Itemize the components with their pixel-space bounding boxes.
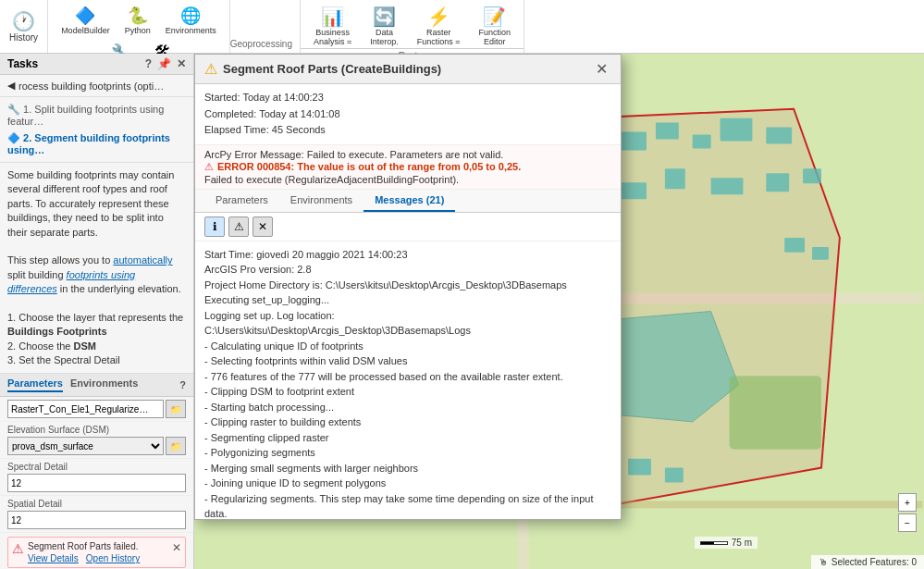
zoom-out-btn[interactable]: − — [898, 513, 917, 532]
open-history-link[interactable]: Open History — [86, 553, 140, 563]
warning-filter-btn[interactable]: ⚠ — [228, 216, 249, 237]
tab-parameters[interactable]: Parameters — [204, 190, 279, 212]
modelbuilder-label: ModelBuilder — [61, 26, 110, 35]
raster-browse-btn[interactable]: 📁 — [166, 400, 186, 418]
close-banner-icon[interactable]: ✕ — [172, 541, 181, 554]
step1-label: 1. Split building footprints using featu… — [7, 104, 164, 127]
footprints-link[interactable]: footprints using differences — [7, 269, 135, 294]
python-label: Python — [125, 26, 151, 35]
view-details-link[interactable]: View Details — [28, 553, 79, 563]
raster-functions-button[interactable]: ⚡ RasterFunctions = — [412, 4, 466, 48]
dsm-browse-btn[interactable]: 📁 — [166, 437, 186, 455]
error-banner-text: Segment Roof Parts failed. — [28, 541, 140, 551]
msg-17: - Regularizing segments. This step may t… — [204, 491, 611, 519]
function-editor-label: FunctionEditor — [479, 28, 511, 46]
error-banner-icon: ⚠ — [12, 541, 24, 556]
tasks-panel-header: Tasks ? 📌 ✕ — [0, 54, 193, 75]
msg-1: Start Time: giovedì 20 maggio 2021 14:00… — [204, 247, 611, 263]
spectral-detail-label: Spectral Detail — [7, 462, 186, 472]
auto-link[interactable]: automatically — [113, 254, 172, 266]
history-icon: 🕐 — [12, 10, 35, 32]
params-header: Parameters Environments ? — [0, 374, 193, 397]
tasks-title: Tasks — [7, 57, 38, 70]
geoprocessing-label: Geoprocessing — [230, 39, 292, 49]
modelbuilder-button[interactable]: 🔷 ModelBuilder — [55, 4, 116, 37]
params-tab[interactable]: Parameters — [7, 377, 63, 392]
msg-7: - Calculating unique ID of footprints — [204, 339, 611, 354]
dsm-select[interactable]: prova_dsm_surface — [7, 437, 164, 455]
completed-value: Today at 14:01:08 — [259, 108, 339, 119]
back-icon[interactable]: ◀ — [7, 80, 15, 92]
dialog: ⚠ Segment Roof Parts (CreateBuildings) ✕… — [194, 54, 622, 520]
map-nav: + − — [898, 493, 917, 532]
history-button[interactable]: 🕐 History — [0, 0, 48, 53]
spectral-detail-row: Spectral Detail — [0, 459, 193, 496]
task-title-row: ◀ rocess building footprints (opti… — [0, 75, 193, 97]
data-interop-label: DataInterop. — [370, 28, 399, 46]
left-panel: Tasks ? 📌 ✕ ◀ rocess building footprints… — [0, 54, 194, 569]
raster-functions-icon: ⚡ — [427, 6, 450, 28]
task-description: Some building footprints may contain sev… — [0, 163, 193, 374]
svg-rect-23 — [766, 173, 789, 192]
svg-rect-11 — [656, 123, 679, 140]
environments-button[interactable]: 🌐 Environments — [160, 4, 222, 37]
geoprocessing-group: 🔷 ModelBuilder 🐍 Python 🌐 Environments 🔧… — [48, 0, 230, 53]
tab-messages[interactable]: Messages (21) — [363, 190, 455, 212]
svg-rect-21 — [665, 168, 685, 189]
msg-6: C:\Users\kitsu\Desktop\Arcgis_Desktop\3D… — [204, 323, 611, 339]
svg-rect-24 — [803, 168, 821, 183]
dialog-title: Segment Roof Parts (CreateBuildings) — [223, 62, 441, 76]
business-analysis-icon: 📊 — [321, 6, 344, 28]
python-button[interactable]: 🐍 Python — [119, 4, 156, 37]
dialog-titlebar: ⚠ Segment Roof Parts (CreateBuildings) ✕ — [195, 55, 621, 84]
msg-9: - 776 features of the 777 will be proces… — [204, 369, 611, 385]
msg-3: Project Home Directory is: C:\Users\kits… — [204, 278, 611, 293]
geoprocessing-label-container: Geoprocessing — [230, 0, 301, 53]
python-icon: 🐍 — [128, 6, 148, 26]
raster-section: 📊 BusinessAnalysis = 🔄 DataInterop. ⚡ Ra… — [301, 0, 524, 53]
center-area: Drove surface 75 m 🖱 Selected Features: … — [194, 54, 924, 569]
data-interop-button[interactable]: 🔄 DataInterop. — [364, 4, 404, 48]
modelbuilder-icon: 🔷 — [75, 6, 95, 26]
pin-icon[interactable]: 📌 — [157, 57, 171, 70]
error-filter-btn[interactable]: ✕ — [253, 216, 273, 237]
dialog-tabs: Parameters Environments Messages (21) — [195, 190, 621, 213]
environments-tab[interactable]: Environments — [70, 377, 138, 392]
business-analysis-button[interactable]: 📊 BusinessAnalysis = — [308, 4, 357, 48]
raster-input[interactable] — [7, 400, 164, 418]
info-filter-btn[interactable]: ℹ — [204, 216, 225, 237]
msg-8: - Selecting footprints within valid DSM … — [204, 353, 611, 369]
svg-rect-20 — [619, 182, 647, 199]
toolbar: 🕐 History 🔷 ModelBuilder 🐍 Python 🌐 Envi… — [0, 0, 924, 54]
svg-rect-12 — [693, 135, 711, 149]
function-editor-button[interactable]: 📝 FunctionEditor — [474, 4, 517, 48]
parameters-section: Parameters Environments ? 📁 Elevation Su… — [0, 374, 193, 569]
elapsed-value: 45 Seconds — [272, 124, 326, 135]
svg-rect-36 — [665, 468, 684, 483]
dialog-content: Start Time: giovedì 20 maggio 2021 14:00… — [195, 241, 621, 519]
elevation-dsm-label: Elevation Surface (DSM) — [7, 425, 186, 435]
step2-label: 2. Segment building footprints using… — [7, 132, 170, 155]
business-analysis-label: BusinessAnalysis = — [314, 28, 351, 46]
task-list: 🔧 1. Split building footprints using fea… — [0, 97, 193, 163]
svg-rect-14 — [766, 128, 792, 144]
task-item-2[interactable]: 🔷 2. Segment building footprints using… — [0, 130, 193, 158]
svg-rect-10 — [619, 132, 647, 151]
elapsed-label: Elapsed Time: — [204, 124, 269, 135]
help-icon[interactable]: ? — [145, 57, 152, 70]
tab-environments[interactable]: Environments — [279, 190, 363, 212]
params-help-icon[interactable]: ? — [179, 379, 186, 390]
close-panel-icon[interactable]: ✕ — [177, 57, 186, 70]
dialog-close-button[interactable]: ✕ — [592, 60, 611, 78]
svg-rect-35 — [628, 459, 651, 476]
spatial-detail-input[interactable] — [7, 511, 186, 529]
environments-icon: 🌐 — [180, 6, 201, 26]
svg-rect-30 — [784, 238, 805, 253]
msg-16: - Joining unique ID to segment polygons — [204, 476, 611, 491]
elevation-dsm-row: Elevation Surface (DSM) prova_dsm_surfac… — [0, 422, 193, 459]
selected-features-label: Selected Features: 0 — [832, 557, 917, 567]
top-error-block: ArcPy Error Message: Failed to execute. … — [195, 145, 621, 190]
spectral-detail-input[interactable] — [7, 474, 186, 492]
zoom-in-btn[interactable]: + — [898, 493, 917, 512]
svg-rect-13 — [721, 118, 753, 142]
